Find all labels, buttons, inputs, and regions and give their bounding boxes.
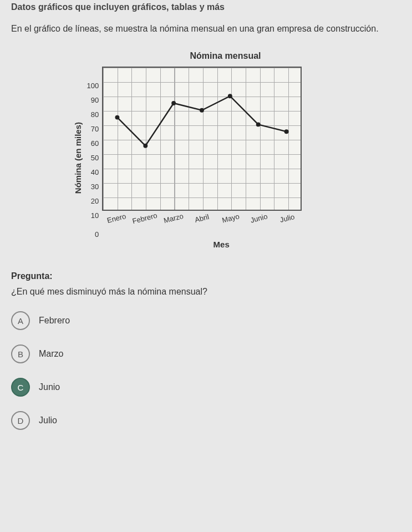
x-tick: Junio [250,212,268,224]
x-tick: Marzo [162,212,184,225]
option-text: Marzo [39,349,63,359]
data-point [115,115,120,120]
line-plot-svg [103,68,301,210]
data-point [256,122,261,126]
page-header: Datos gráficos que incluyen gráficos, ta… [11,0,401,12]
x-tick: Enero [106,212,126,225]
y-axis-label: Nómina (en miles) [73,122,83,194]
x-tick: Julio [279,212,296,224]
data-point [200,108,204,113]
answer-option-a[interactable]: AFebrero [11,311,401,330]
x-tick: Mayo [221,212,240,224]
option-letter: C [11,378,30,397]
question-block: Pregunta: ¿En qué mes disminuyó más la n… [11,271,401,430]
data-point [228,94,232,98]
intro-text: En el gráfico de líneas, se muestra la n… [11,22,401,36]
question-text: ¿En qué mes disminuyó más la nómina mens… [11,287,401,297]
y-ticks: 1009080706050403020100 [87,86,103,230]
answer-option-b[interactable]: BMarzo [11,344,401,363]
data-point [144,144,148,148]
option-letter: A [11,311,30,330]
x-tick: Febrero [131,211,158,226]
data-point [171,101,176,105]
x-axis-label: Mes [102,240,302,249]
option-letter: B [11,344,30,363]
answer-option-d[interactable]: DJulio [11,411,401,430]
option-text: Febrero [39,316,70,326]
x-ticks: EneroFebreroMarzoAbrilMayoJunioJulio [102,214,302,236]
options-list: AFebreroBMarzoCJunioDJulio [11,311,401,430]
option-text: Julio [39,416,57,425]
plot-region [102,67,302,211]
x-tick: Abril [194,212,210,224]
chart-container: Nómina mensual Nómina (en miles) 1009080… [11,51,401,249]
question-label: Pregunta: [11,271,401,281]
option-text: Junio [39,382,60,392]
answer-option-c[interactable]: CJunio [11,378,401,397]
chart-title: Nómina mensual [73,51,339,61]
data-point [284,129,289,134]
option-letter: D [11,411,30,430]
